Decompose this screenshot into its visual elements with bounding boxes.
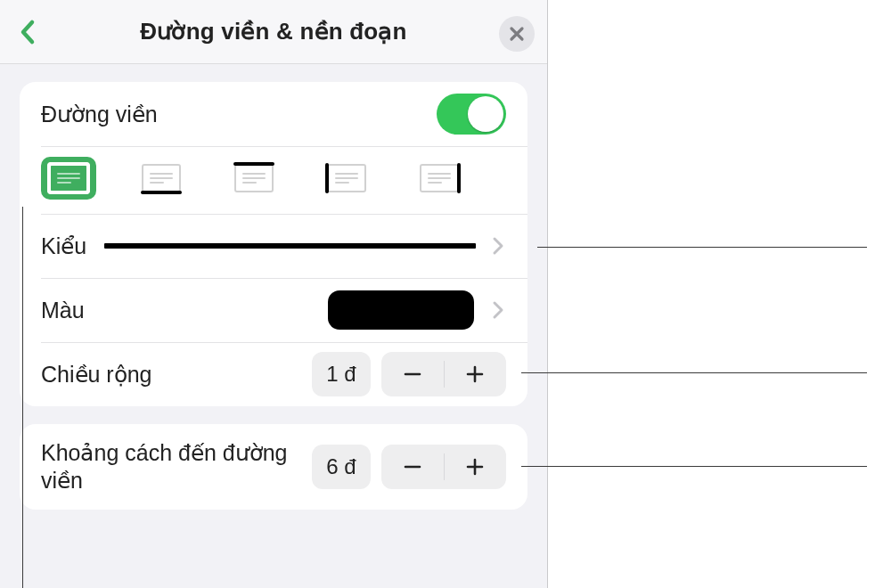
border-right-icon	[420, 164, 459, 192]
color-label: Màu	[41, 298, 85, 323]
style-label: Kiểu	[41, 233, 86, 259]
chevron-right-icon	[490, 298, 506, 323]
border-top-icon	[234, 164, 274, 192]
color-row[interactable]: Màu	[20, 278, 527, 342]
borders-and-background-panel: Đường viền & nền đoạn Đường viền	[0, 0, 548, 588]
close-button[interactable]	[499, 16, 535, 52]
color-swatch	[328, 290, 474, 330]
chevron-left-icon	[19, 19, 38, 45]
chevron-right-icon	[490, 233, 506, 258]
border-pos-top[interactable]	[226, 157, 282, 200]
border-toggle[interactable]	[437, 94, 506, 135]
minus-icon	[403, 364, 422, 384]
width-value[interactable]: 1 đ	[312, 352, 371, 396]
offset-value[interactable]: 6 đ	[312, 445, 371, 489]
line-style-preview	[104, 243, 476, 249]
border-left-icon	[327, 164, 366, 192]
style-row[interactable]: Kiểu	[20, 214, 527, 278]
border-all-icon	[49, 164, 88, 192]
plus-icon	[465, 364, 485, 384]
width-row: Chiều rộng 1 đ	[20, 342, 527, 406]
width-increment-button[interactable]	[445, 352, 507, 396]
border-bottom-icon	[142, 164, 181, 192]
border-settings-group: Đường viền	[20, 82, 527, 406]
border-pos-all[interactable]	[41, 157, 96, 200]
border-toggle-label: Đường viền	[41, 102, 158, 127]
width-decrement-button[interactable]	[381, 352, 444, 396]
minus-icon	[403, 457, 422, 477]
offset-increment-button[interactable]	[445, 445, 507, 489]
plus-icon	[465, 457, 485, 477]
panel-header: Đường viền & nền đoạn	[0, 0, 547, 64]
offset-stepper	[381, 445, 506, 489]
width-stepper	[381, 352, 506, 396]
offset-decrement-button[interactable]	[381, 445, 444, 489]
border-pos-bottom[interactable]	[134, 157, 189, 200]
callout-lines	[548, 0, 875, 588]
border-pos-right[interactable]	[412, 157, 467, 200]
border-position-row	[20, 146, 527, 214]
back-button[interactable]	[9, 12, 48, 52]
border-toggle-row: Đường viền	[20, 82, 527, 146]
border-pos-left[interactable]	[319, 157, 374, 200]
close-icon	[509, 26, 525, 42]
offset-group: Khoảng cách đến đường viền 6 đ	[20, 424, 527, 510]
panel-title: Đường viền & nền đoạn	[140, 18, 406, 45]
offset-label: Khoảng cách đến đường viền	[41, 439, 312, 495]
toggle-knob	[468, 96, 503, 132]
callout-line-vertical	[22, 207, 23, 588]
offset-row: Khoảng cách đến đường viền 6 đ	[20, 424, 527, 510]
width-label: Chiều rộng	[41, 362, 152, 388]
